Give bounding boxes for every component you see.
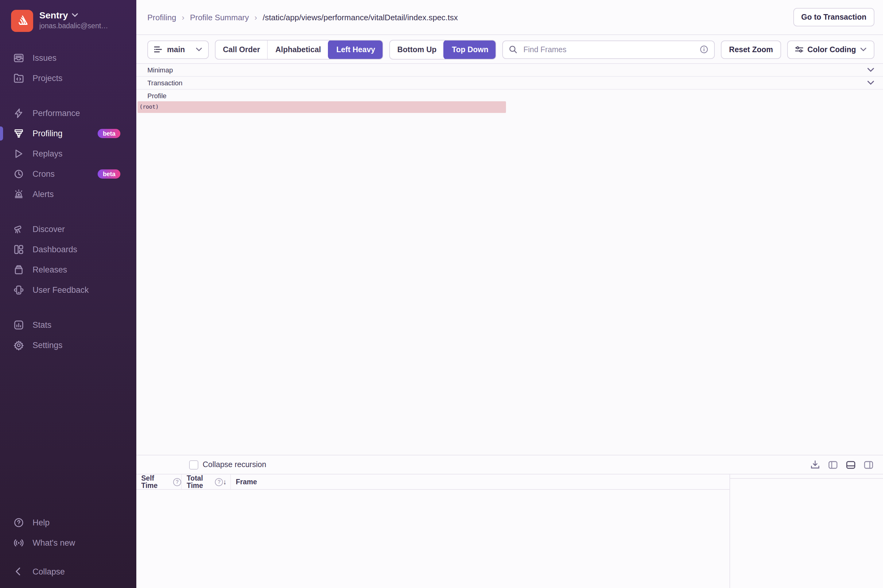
- layout-left-icon[interactable]: [828, 460, 838, 469]
- active-indicator: [0, 126, 3, 141]
- frames-table-header: Self Time? Total Time? ↓ Frame: [136, 474, 730, 490]
- sidebar-item-discover[interactable]: Discover: [0, 219, 136, 239]
- column-header-total-time[interactable]: Total Time? ↓: [182, 474, 231, 489]
- sidebar-item-settings[interactable]: Settings: [0, 335, 136, 356]
- find-frames-searchbox[interactable]: [503, 40, 715, 58]
- search-icon: [509, 45, 517, 53]
- beta-badge: beta: [98, 129, 120, 138]
- transaction-strip[interactable]: Transaction: [136, 77, 883, 90]
- breadcrumb-profiling[interactable]: Profiling: [147, 13, 176, 22]
- sidebar-item-label: Crons: [33, 170, 55, 178]
- collapse-recursion-checkbox[interactable]: Collapse recursion: [189, 460, 266, 469]
- sidebar-item-label: Profiling: [33, 129, 63, 138]
- sidebar-item-releases[interactable]: Releases: [0, 260, 136, 280]
- thread-selector[interactable]: main: [147, 40, 209, 58]
- breadcrumb: Profiling › Profile Summary › /static/ap…: [147, 13, 458, 22]
- flame-row: (root): [138, 101, 506, 113]
- flame-frame-root[interactable]: (root): [138, 101, 506, 113]
- sidebar-item-label: Issues: [33, 53, 57, 63]
- sidebar-nav-group: IssuesProjects: [0, 48, 136, 88]
- main-content: Profiling › Profile Summary › /static/ap…: [136, 0, 883, 588]
- sidebar-collapse[interactable]: Collapse: [0, 562, 136, 582]
- minimap-strip[interactable]: Minimap: [136, 64, 883, 77]
- breadcrumb-transaction-path: /static/app/views/performance/vitalDetai…: [263, 13, 458, 22]
- profile-strip-label: Profile: [147, 92, 167, 99]
- sidebar-item-label: Dashboards: [33, 245, 77, 254]
- sort-arrow-icon: ↓: [223, 478, 231, 486]
- reset-zoom-button[interactable]: Reset Zoom: [721, 40, 781, 58]
- user-email: jonas.badalic@sent…: [39, 22, 108, 30]
- sidebar-item-replays[interactable]: Replays: [0, 144, 136, 164]
- sidebar-item-what-s-new[interactable]: What's new: [0, 533, 136, 553]
- color-coding-button[interactable]: Color Coding: [787, 40, 874, 58]
- sidebar-item-label: What's new: [33, 538, 75, 548]
- column-header-self-time[interactable]: Self Time?: [136, 474, 182, 489]
- flamegraph[interactable]: (root): [138, 101, 883, 455]
- sidebar-item-issues[interactable]: Issues: [0, 48, 136, 68]
- info-icon: ?: [173, 478, 181, 486]
- details-panel: [730, 474, 883, 588]
- sort-option-left-heavy[interactable]: Left Heavy: [328, 40, 383, 59]
- sidebar-item-label: Releases: [33, 265, 67, 274]
- stats-icon: [14, 320, 24, 330]
- sort-option-call-order[interactable]: Call Order: [216, 40, 267, 58]
- sort-option-alphabetical[interactable]: Alphabetical: [267, 40, 329, 58]
- page-header: Profiling › Profile Summary › /static/ap…: [136, 0, 883, 35]
- issues-icon: [14, 53, 24, 63]
- sidebar-item-label: Settings: [33, 340, 63, 350]
- org-name: Sentry: [39, 10, 68, 20]
- sidebar-item-stats[interactable]: Stats: [0, 315, 136, 335]
- sidebar-item-label: Discover: [33, 225, 65, 234]
- toolbar: main Call OrderAlphabeticalLeft Heavy Bo…: [136, 36, 883, 64]
- download-icon[interactable]: [811, 460, 820, 469]
- profile-strip: Profile: [136, 90, 883, 101]
- flame-section: (root): [138, 101, 506, 455]
- search-input[interactable]: [522, 45, 695, 54]
- sidebar-item-label: Performance: [33, 109, 80, 118]
- sidebar-item-label: Help: [33, 518, 50, 527]
- releases-icon: [14, 264, 24, 275]
- sidebar-item-user-feedback[interactable]: User Feedback: [0, 280, 136, 300]
- checkbox-box[interactable]: [189, 460, 198, 469]
- breadcrumb-separator: ›: [182, 13, 185, 22]
- sidebar-item-projects[interactable]: Projects: [0, 68, 136, 88]
- layout-right-icon[interactable]: [864, 460, 873, 469]
- sidebar-item-label: Replays: [33, 149, 63, 158]
- sidebar-item-help[interactable]: Help: [0, 513, 136, 533]
- sidebar-item-dashboards[interactable]: Dashboards: [0, 239, 136, 260]
- direction-option-top-down[interactable]: Top Down: [443, 40, 497, 59]
- thread-selector-value: main: [167, 45, 185, 54]
- chevron-down-icon[interactable]: [867, 68, 874, 72]
- replays-icon: [14, 148, 24, 159]
- discover-icon: [14, 224, 24, 234]
- transaction-strip-label: Transaction: [147, 79, 182, 87]
- sidebar-item-alerts[interactable]: Alerts: [0, 184, 136, 204]
- direction-option-bottom-up[interactable]: Bottom Up: [390, 40, 444, 58]
- details-fields: [730, 479, 883, 490]
- column-header-frame[interactable]: Frame: [231, 478, 730, 486]
- sentry-logo-icon: [11, 10, 33, 32]
- sidebar-item-performance[interactable]: Performance: [0, 103, 136, 123]
- feedback-icon: [14, 285, 24, 295]
- layout-bottom-icon[interactable]: [846, 460, 855, 469]
- chevron-down-icon[interactable]: [867, 80, 874, 86]
- sidebar-item-label: User Feedback: [33, 285, 89, 295]
- projects-icon: [14, 73, 24, 84]
- chevron-left-icon: [14, 567, 24, 577]
- sidebar-item-label: Projects: [33, 74, 63, 83]
- breadcrumb-profile-summary[interactable]: Profile Summary: [190, 13, 249, 22]
- chevron-down-icon: [72, 13, 78, 17]
- info-icon: ?: [215, 478, 223, 486]
- sidebar: Sentry jonas.badalic@sent… IssuesProject…: [0, 0, 136, 588]
- sidebar-item-crons[interactable]: Cronsbeta: [0, 164, 136, 184]
- thread-list-icon: [154, 46, 162, 53]
- org-switcher[interactable]: Sentry jonas.badalic@sent…: [0, 0, 136, 32]
- sidebar-item-profiling[interactable]: Profilingbeta: [0, 123, 136, 144]
- sidebar-nav-group: StatsSettings: [0, 315, 136, 356]
- sidebar-nav: IssuesProjectsPerformanceProfilingbetaRe…: [0, 48, 136, 356]
- alerts-icon: [14, 189, 24, 200]
- sidebar-item-label: Stats: [33, 320, 52, 330]
- go-to-transaction-button[interactable]: Go to Transaction: [793, 8, 874, 26]
- bottom-panel-tabs: Collapse recursion: [136, 455, 883, 474]
- collapse-recursion-label: Collapse recursion: [203, 460, 266, 469]
